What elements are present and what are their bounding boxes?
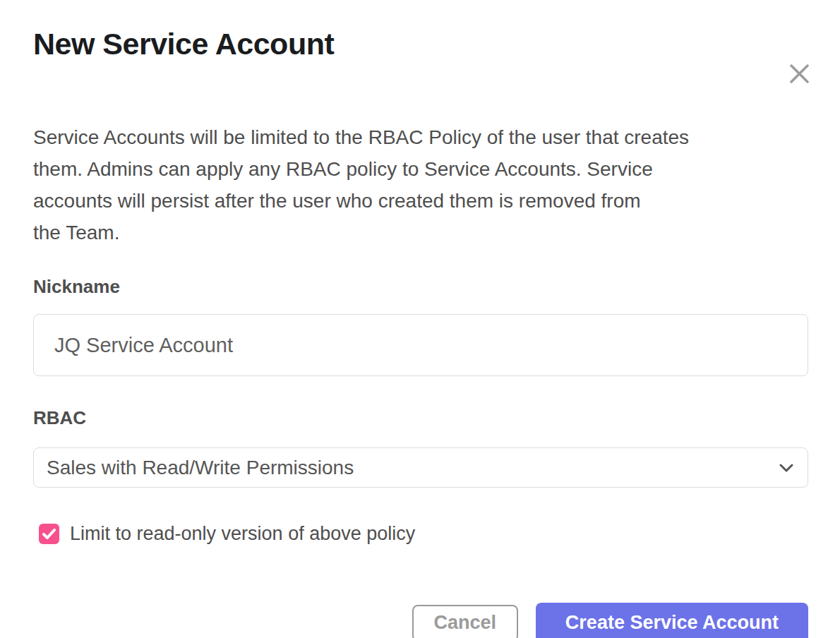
readonly-checkbox[interactable] <box>39 524 59 544</box>
rbac-select[interactable]: Sales with Read/Write Permissions <box>33 447 808 488</box>
nickname-input[interactable] <box>33 314 808 376</box>
close-button[interactable] <box>785 59 813 88</box>
create-service-account-button[interactable]: Create Service Account <box>536 603 808 638</box>
modal-description: Service Accounts will be limited to the … <box>33 121 808 248</box>
rbac-label: RBAC <box>33 407 808 428</box>
close-icon <box>790 64 809 83</box>
new-service-account-modal: New Service Account Service Accounts wil… <box>0 27 840 638</box>
readonly-checkbox-label: Limit to read-only version of above poli… <box>70 523 415 545</box>
checkmark-icon <box>42 529 56 539</box>
rbac-selected-option: Sales with Read/Write Permissions <box>47 457 354 479</box>
modal-title: New Service Account <box>33 27 808 61</box>
nickname-label: Nickname <box>33 276 808 297</box>
chevron-down-icon <box>779 464 793 472</box>
cancel-button[interactable]: Cancel <box>412 605 518 638</box>
readonly-checkbox-row[interactable]: Limit to read-only version of above poli… <box>33 523 808 545</box>
modal-actions: Cancel Create Service Account <box>412 603 808 638</box>
